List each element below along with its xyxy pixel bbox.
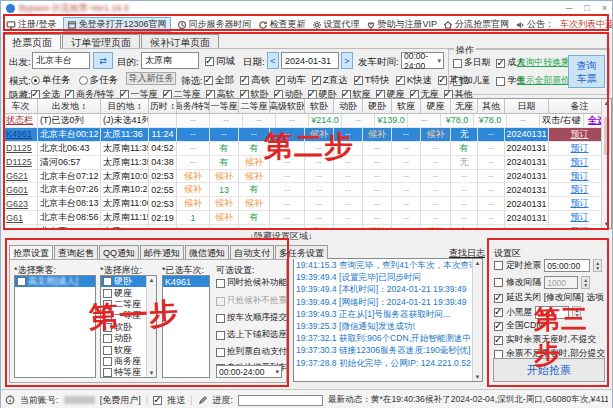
- filter-option-checkbox[interactable]: [354, 76, 363, 85]
- grab-option-0[interactable]: 同时抢候补功能: [216, 277, 287, 289]
- train-number-link[interactable]: D1125: [4, 142, 38, 155]
- column-header[interactable]: 一等座: [210, 99, 239, 113]
- filter-option-checkbox[interactable]: [240, 76, 249, 85]
- toolbar-item-1[interactable]: 免登录打开12306官网: [63, 17, 171, 32]
- grab-option-checkbox[interactable]: [216, 314, 225, 323]
- date-input[interactable]: 2024-01-31: [281, 52, 339, 69]
- ops-option-0[interactable]: 多日期: [453, 57, 490, 69]
- scroll-down-icon[interactable]: ▼: [475, 374, 481, 380]
- grab-option-checkbox[interactable]: [216, 297, 225, 306]
- column-header[interactable]: 硬卧: [363, 99, 392, 113]
- toolbar-item-5[interactable]: 赞助与注册VIP: [366, 18, 438, 31]
- table-scrollbar[interactable]: ▲ ▼: [601, 99, 611, 228]
- setting-value[interactable]: 1000: [544, 276, 578, 289]
- scroll-thumb[interactable]: [604, 117, 610, 155]
- train-number-link[interactable]: K4961: [4, 128, 38, 141]
- show-all-price-link[interactable]: 显示全部票价: [517, 75, 570, 87]
- start-grab-button[interactable]: 开始抢票: [493, 358, 605, 382]
- depart-time-select[interactable]: 00:00-24:00▾: [401, 52, 444, 69]
- column-header[interactable]: 出发地 ↕: [38, 99, 101, 113]
- train-number-link[interactable]: G623: [4, 197, 38, 210]
- column-header[interactable]: 历时 ↕: [149, 99, 177, 113]
- transfer-query-link[interactable]: 查询中转换乘: [517, 57, 570, 69]
- spinner-updown-icon[interactable]: ▲▼: [581, 276, 590, 289]
- date-next-button[interactable]: >: [341, 52, 353, 69]
- filter-option-checkbox[interactable]: [438, 76, 447, 85]
- seat-checkbox[interactable]: [103, 357, 112, 366]
- grab-tab-6[interactable]: 多任务设置: [275, 245, 328, 259]
- status-bar-cell[interactable]: 状态栏: [4, 114, 38, 127]
- radio-icon[interactable]: [31, 76, 40, 85]
- push-checkbox[interactable]: [153, 396, 162, 405]
- spinner-updown-icon[interactable]: ▲▼: [593, 259, 602, 272]
- toolbar-item-4[interactable]: 设置代理: [312, 18, 360, 31]
- scroll-up-icon[interactable]: ▲: [475, 260, 481, 266]
- train-row[interactable]: G601北京丰台07:26太原南10:2102:55候补13有---------…: [4, 183, 611, 197]
- main-tab-0[interactable]: 抢票页面: [3, 34, 61, 49]
- grab-option-1[interactable]: 只抢候补不抢票: [216, 295, 287, 307]
- grab-tab-5[interactable]: 自动支付: [230, 245, 274, 259]
- column-header[interactable]: 动卧: [334, 99, 363, 113]
- grab-tab-4[interactable]: 微信通知: [185, 245, 229, 259]
- filter-option-checkbox[interactable]: [276, 76, 285, 85]
- toolbar-item-2[interactable]: 同步服务器时间: [177, 18, 252, 31]
- departure-input[interactable]: 北京丰台: [32, 52, 90, 69]
- column-header[interactable]: 软卧: [305, 99, 334, 113]
- mode-radio-1[interactable]: 多任务: [79, 74, 119, 87]
- setting-checkbox[interactable]: [494, 336, 503, 345]
- train-number-link[interactable]: G621: [4, 170, 38, 183]
- train-number-link[interactable]: D1125: [4, 156, 38, 169]
- scroll-up-icon[interactable]: ▲: [604, 100, 610, 106]
- filter-option-checkbox[interactable]: [204, 76, 213, 85]
- grab-tab-3[interactable]: 邮件通知: [140, 245, 184, 259]
- radio-icon[interactable]: [79, 76, 88, 85]
- main-tab-2[interactable]: 候补订单页面: [141, 34, 219, 49]
- train-row[interactable]: D1125北京北06:43太原南11:3504:52--有有----------…: [4, 142, 611, 156]
- grab-option-checkbox[interactable]: [216, 279, 225, 288]
- setting-checkbox[interactable]: [494, 261, 503, 270]
- maximize-button[interactable]: □: [584, 4, 589, 13]
- grab-option-3[interactable]: 选上下铺和选座: [216, 329, 287, 341]
- seat-checkbox[interactable]: [103, 300, 112, 309]
- grab-tab-2[interactable]: QQ通知: [99, 245, 139, 259]
- column-header[interactable]: 目的地 ↕: [101, 99, 149, 113]
- column-header[interactable]: 商务/特等: [177, 99, 210, 113]
- seat-checkbox[interactable]: [103, 289, 112, 298]
- samecity-option[interactable]: 同城: [205, 55, 235, 68]
- train-number-link[interactable]: G61: [4, 211, 38, 224]
- train-row[interactable]: G621北京丰台07:12太原南10:0502:53候补候补候补--------…: [4, 170, 611, 184]
- seat-checkbox[interactable]: [103, 334, 112, 343]
- train-row[interactable]: Z69北京西10:21太原15:0304:42--------候补--候补--候…: [4, 225, 611, 229]
- train-row[interactable]: D1125清河06:57太原南11:3504:38--有候补----------…: [4, 156, 611, 170]
- setting-value[interactable]: 120: [535, 306, 569, 319]
- toolbar-item-0[interactable]: 注册/登录: [6, 18, 57, 31]
- setting-value[interactable]: 05:00:00: [544, 259, 590, 272]
- ops-option2-checkbox[interactable]: [496, 77, 505, 86]
- column-header[interactable]: 其他: [478, 99, 505, 113]
- swap-stations-button[interactable]: ⇄: [93, 52, 113, 69]
- grab-time-range-select[interactable]: 00:00-24:00▾: [216, 365, 282, 378]
- train-row[interactable]: G61北京丰台08:56太原南11:1502:191候补有-----------…: [4, 211, 611, 225]
- train-row[interactable]: G623北京丰台08:13太原南11:0602:53候补候补候补--------…: [4, 197, 611, 211]
- filter-option-checkbox[interactable]: [396, 76, 405, 85]
- column-header[interactable]: 日期: [505, 99, 549, 113]
- filter-option-5[interactable]: K快速: [396, 74, 432, 87]
- selected-train-item[interactable]: K4961: [163, 276, 209, 287]
- seat-checkbox[interactable]: [103, 277, 112, 286]
- grab-tab-0[interactable]: 抢票设置: [9, 245, 53, 259]
- query-ticket-button[interactable]: 查询 车票: [568, 55, 605, 88]
- toolbar-item-6[interactable]: 分流抢票官网: [443, 18, 509, 31]
- train-number-link[interactable]: G601: [4, 183, 38, 196]
- grab-option-checkbox[interactable]: [216, 331, 225, 340]
- hide-settings-hint[interactable]: ↓隐藏设置区域↓: [1, 230, 561, 243]
- setting-row-0[interactable]: 定时抢票05:00:00▲▼: [494, 259, 602, 272]
- setting-row-5[interactable]: 实时余票无座时,不提交: [494, 334, 596, 346]
- toolbar-item-3[interactable]: 检查更新: [258, 18, 306, 31]
- grab-option-2[interactable]: 按车次顺序提交: [216, 312, 287, 324]
- seat-checkbox[interactable]: [103, 323, 112, 332]
- grab-option-checkbox[interactable]: [216, 348, 225, 357]
- seat-checkbox[interactable]: [103, 311, 112, 320]
- setting-row-4[interactable]: 全国CDN: [494, 320, 543, 332]
- grab-tab-1[interactable]: 查询起售: [54, 245, 98, 259]
- train-row[interactable]: K4961北京丰台00:12太原11:3611:24--------候补--候补…: [4, 128, 611, 142]
